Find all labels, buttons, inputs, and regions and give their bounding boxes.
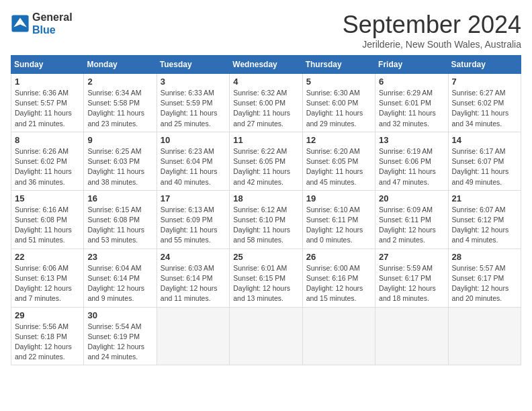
calendar-day-cell [448,307,521,365]
calendar-day-header: Saturday [448,56,521,74]
page-header: General Blue September 2024 Jerilderie, … [11,11,521,50]
day-number: 7 [452,77,517,87]
day-number: 29 [15,310,80,320]
day-detail: Sunrise: 5:56 AMSunset: 6:18 PMDaylight:… [15,322,80,363]
calendar-day-header: Tuesday [157,56,229,74]
calendar-week-row: 8Sunrise: 6:26 AMSunset: 6:02 PMDaylight… [11,132,521,190]
calendar-day-cell: 19Sunrise: 6:10 AMSunset: 6:11 PMDayligh… [302,190,375,248]
day-detail: Sunrise: 6:25 AMSunset: 6:03 PMDaylight:… [87,146,152,187]
calendar-day-header: Wednesday [230,56,302,74]
calendar-day-cell: 14Sunrise: 6:17 AMSunset: 6:07 PMDayligh… [448,132,521,190]
day-number: 10 [161,135,226,145]
logo-text: General Blue [32,11,73,36]
day-number: 16 [87,193,152,203]
day-number: 8 [15,135,80,145]
calendar-day-header: Sunday [11,56,84,74]
calendar-day-cell: 6Sunrise: 6:29 AMSunset: 6:01 PMDaylight… [375,74,448,132]
day-detail: Sunrise: 5:57 AMSunset: 6:17 PMDaylight:… [452,263,517,304]
day-detail: Sunrise: 6:13 AMSunset: 6:09 PMDaylight:… [161,205,226,246]
calendar-day-cell: 26Sunrise: 6:00 AMSunset: 6:16 PMDayligh… [302,248,375,307]
day-number: 25 [233,252,298,262]
calendar-week-row: 29Sunrise: 5:56 AMSunset: 6:18 PMDayligh… [11,307,521,365]
calendar-day-cell: 25Sunrise: 6:01 AMSunset: 6:15 PMDayligh… [230,248,302,307]
logo: General Blue [11,11,73,36]
calendar-day-cell: 20Sunrise: 6:09 AMSunset: 6:11 PMDayligh… [375,190,448,248]
calendar-day-cell: 28Sunrise: 5:57 AMSunset: 6:17 PMDayligh… [448,248,521,307]
calendar-day-cell: 24Sunrise: 6:03 AMSunset: 6:14 PMDayligh… [157,248,229,307]
day-number: 23 [87,252,152,262]
calendar-day-header: Friday [375,56,448,74]
calendar-day-cell [157,307,229,365]
day-detail: Sunrise: 6:29 AMSunset: 6:01 PMDaylight:… [379,88,444,129]
day-detail: Sunrise: 6:09 AMSunset: 6:11 PMDaylight:… [379,205,444,246]
day-detail: Sunrise: 6:15 AMSunset: 6:08 PMDaylight:… [87,205,152,246]
day-number: 21 [452,193,517,203]
day-number: 4 [233,77,298,87]
calendar-day-cell: 2Sunrise: 6:34 AMSunset: 5:58 PMDaylight… [84,74,157,132]
day-detail: Sunrise: 6:30 AMSunset: 6:00 PMDaylight:… [306,88,371,129]
subtitle: Jerilderie, New South Wales, Australia [343,39,521,50]
calendar-header-row: SundayMondayTuesdayWednesdayThursdayFrid… [11,56,521,74]
day-number: 13 [379,135,444,145]
calendar-day-cell: 17Sunrise: 6:13 AMSunset: 6:09 PMDayligh… [157,190,229,248]
day-detail: Sunrise: 6:06 AMSunset: 6:13 PMDaylight:… [15,263,80,304]
day-number: 22 [15,252,80,262]
calendar-day-cell: 4Sunrise: 6:32 AMSunset: 6:00 PMDaylight… [230,74,302,132]
day-number: 12 [306,135,371,145]
calendar-day-cell: 12Sunrise: 6:20 AMSunset: 6:05 PMDayligh… [302,132,375,190]
calendar-day-cell: 7Sunrise: 6:27 AMSunset: 6:02 PMDaylight… [448,74,521,132]
calendar-day-cell: 1Sunrise: 6:36 AMSunset: 5:57 PMDaylight… [11,74,84,132]
day-detail: Sunrise: 5:59 AMSunset: 6:17 PMDaylight:… [379,263,444,304]
calendar-day-cell [375,307,448,365]
day-detail: Sunrise: 6:10 AMSunset: 6:11 PMDaylight:… [306,205,371,246]
calendar-day-cell: 30Sunrise: 5:54 AMSunset: 6:19 PMDayligh… [84,307,157,365]
day-number: 15 [15,193,80,203]
calendar-day-cell: 29Sunrise: 5:56 AMSunset: 6:18 PMDayligh… [11,307,84,365]
calendar-day-cell: 15Sunrise: 6:16 AMSunset: 6:08 PMDayligh… [11,190,84,248]
day-number: 18 [233,193,298,203]
day-number: 3 [161,77,226,87]
day-detail: Sunrise: 6:16 AMSunset: 6:08 PMDaylight:… [15,205,80,246]
calendar-day-cell: 16Sunrise: 6:15 AMSunset: 6:08 PMDayligh… [84,190,157,248]
day-detail: Sunrise: 6:01 AMSunset: 6:15 PMDaylight:… [233,263,298,304]
day-detail: Sunrise: 6:23 AMSunset: 6:04 PMDaylight:… [161,146,226,187]
day-detail: Sunrise: 6:12 AMSunset: 6:10 PMDaylight:… [233,205,298,246]
day-detail: Sunrise: 6:36 AMSunset: 5:57 PMDaylight:… [15,88,80,129]
day-detail: Sunrise: 6:32 AMSunset: 6:00 PMDaylight:… [233,88,298,129]
calendar-day-cell [230,307,302,365]
day-detail: Sunrise: 5:54 AMSunset: 6:19 PMDaylight:… [87,322,152,363]
day-number: 30 [87,310,152,320]
day-detail: Sunrise: 6:22 AMSunset: 6:05 PMDaylight:… [233,146,298,187]
calendar-table: SundayMondayTuesdayWednesdayThursdayFrid… [11,55,521,365]
day-detail: Sunrise: 6:19 AMSunset: 6:06 PMDaylight:… [379,146,444,187]
calendar-day-cell: 18Sunrise: 6:12 AMSunset: 6:10 PMDayligh… [230,190,302,248]
day-number: 11 [233,135,298,145]
day-number: 28 [452,252,517,262]
day-number: 1 [15,77,80,87]
calendar-week-row: 1Sunrise: 6:36 AMSunset: 5:57 PMDaylight… [11,74,521,132]
calendar-week-row: 15Sunrise: 6:16 AMSunset: 6:08 PMDayligh… [11,190,521,248]
calendar-day-cell: 3Sunrise: 6:33 AMSunset: 5:59 PMDaylight… [157,74,229,132]
calendar-day-cell: 23Sunrise: 6:04 AMSunset: 6:14 PMDayligh… [84,248,157,307]
day-detail: Sunrise: 6:33 AMSunset: 5:59 PMDaylight:… [161,88,226,129]
day-number: 14 [452,135,517,145]
calendar-day-cell: 13Sunrise: 6:19 AMSunset: 6:06 PMDayligh… [375,132,448,190]
day-detail: Sunrise: 6:07 AMSunset: 6:12 PMDaylight:… [452,205,517,246]
calendar-week-row: 22Sunrise: 6:06 AMSunset: 6:13 PMDayligh… [11,248,521,307]
calendar-day-cell: 9Sunrise: 6:25 AMSunset: 6:03 PMDaylight… [84,132,157,190]
calendar-day-header: Monday [84,56,157,74]
calendar-day-cell: 5Sunrise: 6:30 AMSunset: 6:00 PMDaylight… [302,74,375,132]
calendar-day-cell: 11Sunrise: 6:22 AMSunset: 6:05 PMDayligh… [230,132,302,190]
day-detail: Sunrise: 6:03 AMSunset: 6:14 PMDaylight:… [161,263,226,304]
day-detail: Sunrise: 6:26 AMSunset: 6:02 PMDaylight:… [15,146,80,187]
day-number: 17 [161,193,226,203]
day-number: 27 [379,252,444,262]
calendar-day-cell: 27Sunrise: 5:59 AMSunset: 6:17 PMDayligh… [375,248,448,307]
calendar-day-header: Thursday [302,56,375,74]
calendar-day-cell: 8Sunrise: 6:26 AMSunset: 6:02 PMDaylight… [11,132,84,190]
day-number: 2 [87,77,152,87]
calendar-day-cell: 22Sunrise: 6:06 AMSunset: 6:13 PMDayligh… [11,248,84,307]
day-detail: Sunrise: 6:34 AMSunset: 5:58 PMDaylight:… [87,88,152,129]
day-number: 26 [306,252,371,262]
day-number: 9 [87,135,152,145]
